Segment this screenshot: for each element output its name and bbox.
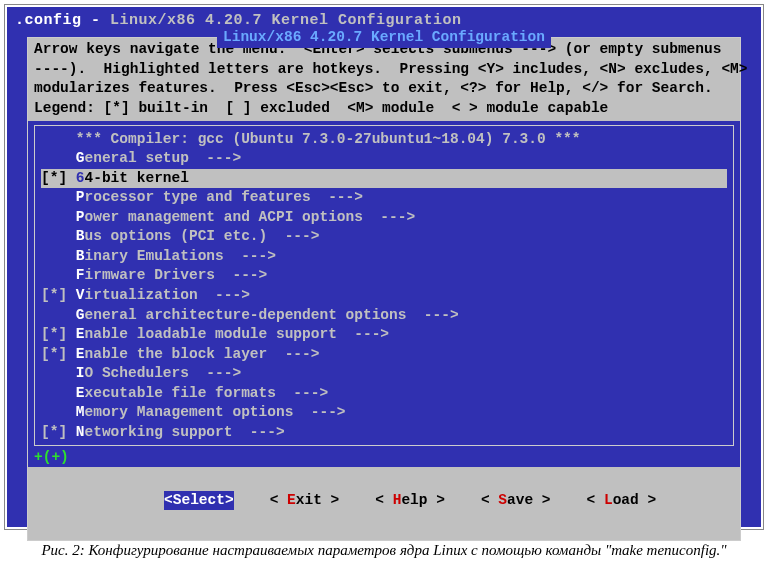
- menu-item[interactable]: Bus options (PCI etc.) --->: [41, 227, 727, 247]
- menu-label: nable loadable module support --->: [85, 326, 390, 342]
- menu-prefix: [*]: [41, 326, 76, 342]
- menu-label: etworking support --->: [85, 424, 285, 440]
- menu-prefix: [*]: [41, 170, 76, 186]
- menu-hotkey: 6: [76, 170, 85, 186]
- menu-prefix: [41, 267, 76, 283]
- menu-hotkey: B: [76, 248, 85, 264]
- menu-hotkey: E: [76, 326, 85, 342]
- action-button[interactable]: < Exit >: [270, 491, 340, 511]
- screenshot-frame: .config - Linux/x86 4.20.7 Kernel Config…: [4, 4, 764, 530]
- menu-hotkey: G: [76, 150, 85, 166]
- menu-item[interactable]: Memory Management options --->: [41, 403, 727, 423]
- menu-label: xecutable file formats --->: [85, 385, 329, 401]
- menu-item[interactable]: Processor type and features --->: [41, 188, 727, 208]
- action-button[interactable]: < Help >: [375, 491, 445, 511]
- menu-item[interactable]: Executable file formats --->: [41, 384, 727, 404]
- menu-label: rocessor type and features --->: [85, 189, 363, 205]
- menu-item[interactable]: General setup --->: [41, 149, 727, 169]
- menu-item[interactable]: [*] Virtualization --->: [41, 286, 727, 306]
- menu-hotkey: N: [76, 424, 85, 440]
- button-label: ave >: [507, 492, 551, 508]
- menu-item[interactable]: [*] 64-bit kernel: [41, 169, 727, 189]
- help-line-3: modularizes features. Press <Esc><Esc> t…: [34, 80, 713, 96]
- menu-hotkey: M: [76, 404, 85, 420]
- menu-hotkey: B: [76, 228, 85, 244]
- action-button[interactable]: <Select>: [164, 491, 234, 511]
- menu-prefix: [41, 189, 76, 205]
- button-label: elp >: [401, 492, 445, 508]
- button-bracket: <: [481, 492, 498, 508]
- title-config: .config -: [15, 12, 110, 29]
- button-label: xit >: [296, 492, 340, 508]
- terminal-window: .config - Linux/x86 4.20.7 Kernel Config…: [7, 7, 761, 527]
- menu-hotkey: I: [76, 365, 85, 381]
- button-bracket: <: [164, 492, 173, 508]
- menu-label: ower management and ACPI options --->: [85, 209, 416, 225]
- button-bar: <Select>< Exit >< Help >< Save >< Load >: [28, 467, 740, 540]
- menu-hotkey: P: [76, 209, 85, 225]
- menu-prefix: [41, 404, 76, 420]
- button-bracket: <: [270, 492, 287, 508]
- menu-label: us options (PCI etc.) --->: [85, 228, 320, 244]
- compiler-info: *** Compiler: gcc (Ubuntu 7.3.0-27ubuntu…: [41, 130, 727, 150]
- menu-prefix: [41, 248, 76, 264]
- menu-prefix: [41, 385, 76, 401]
- menu-hotkey: E: [76, 385, 85, 401]
- menu-item[interactable]: Power management and ACPI options --->: [41, 208, 727, 228]
- main-dialog: Linux/x86 4.20.7 Kernel Configuration Ar…: [27, 37, 741, 541]
- button-label: elect>: [181, 492, 233, 508]
- menu-prefix: [41, 209, 76, 225]
- menu-hotkey: V: [76, 287, 85, 303]
- menu-prefix: [*]: [41, 424, 76, 440]
- menu-prefix: [41, 150, 76, 166]
- menu-label: irtualization --->: [85, 287, 250, 303]
- action-button[interactable]: < Save >: [481, 491, 551, 511]
- menu-prefix: [*]: [41, 287, 76, 303]
- dialog-title: Linux/x86 4.20.7 Kernel Configuration: [217, 28, 551, 48]
- menu-item[interactable]: IO Schedulers --->: [41, 364, 727, 384]
- scroll-indicator: +(+): [28, 448, 740, 468]
- button-bracket: <: [375, 492, 392, 508]
- menu-hotkey: P: [76, 189, 85, 205]
- button-hotkey: L: [604, 492, 613, 508]
- menu-list[interactable]: *** Compiler: gcc (Ubuntu 7.3.0-27ubuntu…: [34, 125, 734, 446]
- button-bracket: <: [587, 492, 604, 508]
- menu-hotkey: F: [76, 267, 85, 283]
- menu-label: O Schedulers --->: [85, 365, 242, 381]
- title-kernel: Linux/x86 4.20.7 Kernel Configuration: [110, 12, 462, 29]
- help-line-4: Legend: [*] built-in [ ] excluded <M> mo…: [34, 100, 608, 116]
- menu-label: eneral architecture-dependent options --…: [85, 307, 459, 323]
- help-line-2: ----). Highlighted letters are hotkeys. …: [34, 61, 748, 77]
- menu-hotkey: G: [76, 307, 85, 323]
- menu-item[interactable]: [*] Enable the block layer --->: [41, 345, 727, 365]
- menu-label: nable the block layer --->: [85, 346, 320, 362]
- menu-label: 4-bit kernel: [85, 170, 189, 186]
- button-label: oad >: [613, 492, 657, 508]
- action-button[interactable]: < Load >: [587, 491, 657, 511]
- menu-prefix: [41, 365, 76, 381]
- menu-label: irmware Drivers --->: [85, 267, 268, 283]
- menu-item[interactable]: Firmware Drivers --->: [41, 266, 727, 286]
- menu-label: emory Management options --->: [85, 404, 346, 420]
- button-hotkey: S: [498, 492, 507, 508]
- menu-label: inary Emulations --->: [85, 248, 276, 264]
- menu-prefix: [41, 228, 76, 244]
- menu-item[interactable]: [*] Networking support --->: [41, 423, 727, 443]
- button-hotkey: E: [287, 492, 296, 508]
- menu-prefix: [*]: [41, 346, 76, 362]
- menu-label: eneral setup --->: [85, 150, 242, 166]
- menu-item[interactable]: [*] Enable loadable module support --->: [41, 325, 727, 345]
- menu-hotkey: E: [76, 346, 85, 362]
- menu-item[interactable]: General architecture-dependent options -…: [41, 306, 727, 326]
- help-text: Arrow keys navigate the menu. <Enter> se…: [28, 38, 740, 120]
- menu-prefix: [41, 307, 76, 323]
- menu-item[interactable]: Binary Emulations --->: [41, 247, 727, 267]
